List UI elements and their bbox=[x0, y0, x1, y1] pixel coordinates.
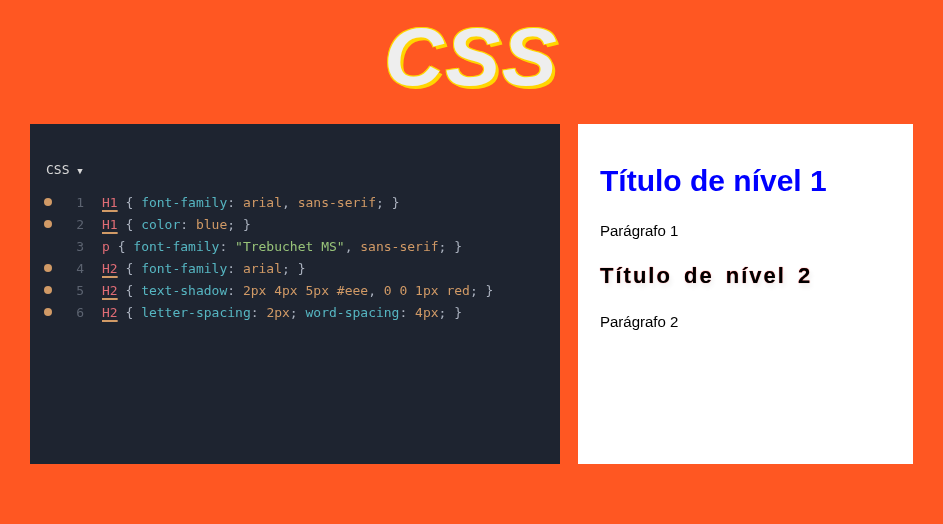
lint-dot-icon bbox=[44, 308, 52, 316]
header: CSS bbox=[0, 0, 943, 124]
code-content: H2 { text-shadow: 2px 4px 5px #eee, 0 0 … bbox=[102, 283, 493, 298]
line-number: 1 bbox=[62, 195, 84, 210]
code-content: p { font-family: "Trebuchet MS", sans-se… bbox=[102, 239, 462, 254]
code-lines[interactable]: 1H1 { font-family: arial, sans-serif; }2… bbox=[30, 191, 560, 323]
lint-dot-icon bbox=[44, 264, 52, 272]
preview-h2: Título de nível 2 bbox=[600, 263, 893, 289]
line-number: 3 bbox=[62, 239, 84, 254]
editor-tab-label: CSS bbox=[46, 162, 69, 177]
code-line[interactable]: 1H1 { font-family: arial, sans-serif; } bbox=[38, 191, 560, 213]
code-content: H1 { color: blue; } bbox=[102, 217, 251, 232]
code-line[interactable]: 4H2 { font-family: arial; } bbox=[38, 257, 560, 279]
lint-dot-icon bbox=[44, 198, 52, 206]
line-number: 2 bbox=[62, 217, 84, 232]
code-editor[interactable]: CSS ▼ 1H1 { font-family: arial, sans-ser… bbox=[30, 124, 560, 464]
code-line[interactable]: 6H2 { letter-spacing: 2px; word-spacing:… bbox=[38, 301, 560, 323]
line-number: 5 bbox=[62, 283, 84, 298]
editor-tab-css[interactable]: CSS ▼ bbox=[30, 144, 560, 191]
chevron-down-icon: ▼ bbox=[77, 166, 82, 176]
preview-h1: Título de nível 1 bbox=[600, 164, 893, 198]
line-number: 6 bbox=[62, 305, 84, 320]
code-content: H2 { letter-spacing: 2px; word-spacing: … bbox=[102, 305, 462, 320]
code-line[interactable]: 2H1 { color: blue; } bbox=[38, 213, 560, 235]
code-line[interactable]: 5H2 { text-shadow: 2px 4px 5px #eee, 0 0… bbox=[38, 279, 560, 301]
preview-paragraph-1: Parágrafo 1 bbox=[600, 222, 893, 239]
lint-dot-icon bbox=[44, 286, 52, 294]
line-number: 4 bbox=[62, 261, 84, 276]
lint-dot-icon bbox=[44, 220, 52, 228]
preview-pane: Título de nível 1 Parágrafo 1 Título de … bbox=[578, 124, 913, 464]
preview-paragraph-2: Parágrafo 2 bbox=[600, 313, 893, 330]
lint-dot-icon bbox=[44, 242, 52, 250]
code-line[interactable]: 3p { font-family: "Trebuchet MS", sans-s… bbox=[38, 235, 560, 257]
page-title: CSS bbox=[0, 10, 943, 104]
code-content: H1 { font-family: arial, sans-serif; } bbox=[102, 195, 399, 210]
code-content: H2 { font-family: arial; } bbox=[102, 261, 306, 276]
content-row: CSS ▼ 1H1 { font-family: arial, sans-ser… bbox=[0, 124, 943, 464]
